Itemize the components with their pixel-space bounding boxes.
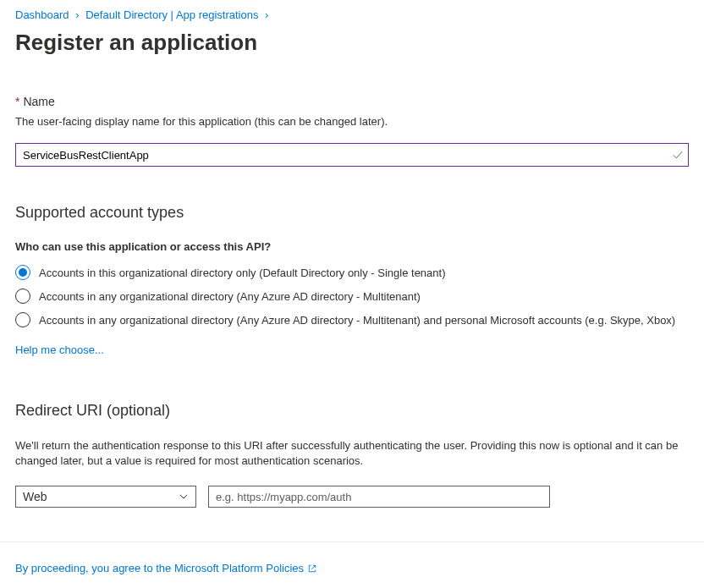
divider xyxy=(0,541,704,542)
radio-icon xyxy=(15,265,30,280)
platform-policies-link[interactable]: By proceeding, you agree to the Microsof… xyxy=(15,562,317,574)
chevron-right-icon: › xyxy=(72,8,82,21)
name-help-text: The user-facing display name for this ap… xyxy=(15,115,689,128)
account-types-radio-group: Accounts in this organizational director… xyxy=(15,265,689,327)
breadcrumb: Dashboard › Default Directory | App regi… xyxy=(15,5,689,30)
radio-option-single-tenant[interactable]: Accounts in this organizational director… xyxy=(15,265,689,280)
radio-label: Accounts in any organizational directory… xyxy=(39,290,421,303)
redirect-uri-input[interactable] xyxy=(208,486,550,508)
required-star-icon: * xyxy=(15,95,19,108)
breadcrumb-link-app-registrations[interactable]: Default Directory | App registrations xyxy=(85,8,258,21)
account-types-heading: Supported account types xyxy=(15,204,689,222)
radio-icon xyxy=(15,289,30,304)
checkmark-icon xyxy=(672,149,684,161)
help-me-choose-link[interactable]: Help me choose... xyxy=(15,343,104,356)
radio-option-multitenant-personal[interactable]: Accounts in any organizational directory… xyxy=(15,312,689,327)
redirect-uri-description: We'll return the authentication response… xyxy=(15,438,689,469)
redirect-platform-select[interactable]: Web xyxy=(15,486,196,508)
radio-label: Accounts in this organizational director… xyxy=(39,267,446,279)
radio-option-multitenant[interactable]: Accounts in any organizational directory… xyxy=(15,289,689,304)
breadcrumb-link-dashboard[interactable]: Dashboard xyxy=(15,8,69,21)
name-label: *Name xyxy=(15,95,689,108)
chevron-down-icon xyxy=(179,492,189,502)
redirect-uri-heading: Redirect URI (optional) xyxy=(15,402,689,420)
name-input[interactable] xyxy=(15,143,689,167)
radio-label: Accounts in any organizational directory… xyxy=(39,314,675,327)
account-types-question: Who can use this application or access t… xyxy=(15,240,689,253)
page-title: Register an application xyxy=(15,30,689,56)
redirect-platform-value: Web xyxy=(23,490,47,503)
chevron-right-icon: › xyxy=(261,8,272,21)
radio-icon xyxy=(15,312,30,327)
external-link-icon xyxy=(307,563,317,574)
